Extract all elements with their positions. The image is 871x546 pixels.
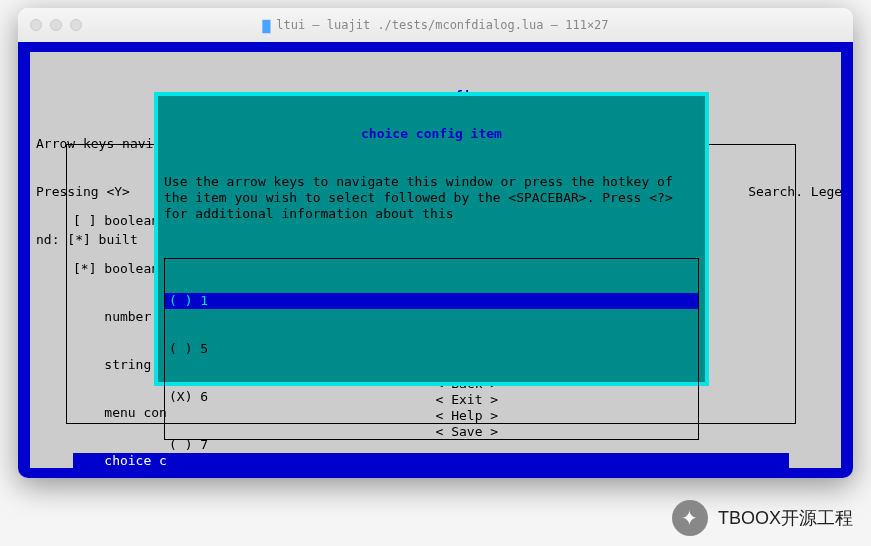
- choice-dialog-title: choice config item: [158, 126, 705, 142]
- choice-list: ( ) 1 ( ) 5 (X) 6 ( ) 7: [164, 258, 699, 440]
- choice-item[interactable]: ( ) 1: [165, 293, 698, 309]
- terminal-area: menu config Arrow keys navigate the menu…: [18, 42, 853, 478]
- wechat-icon: ✦: [672, 500, 708, 536]
- watermark: ✦ TBOOX开源工程: [672, 500, 853, 536]
- choice-dialog: choice config item Use the arrow keys to…: [154, 92, 709, 386]
- folder-icon: ▇: [262, 18, 270, 33]
- window-title: ▇ ltui — luajit ./tests/mconfdialog.lua …: [18, 18, 853, 33]
- choice-item[interactable]: (X) 6: [165, 389, 698, 405]
- titlebar: ▇ ltui — luajit ./tests/mconfdialog.lua …: [18, 8, 853, 42]
- watermark-text: TBOOX开源工程: [718, 506, 853, 530]
- choice-dialog-help: Use the arrow keys to navigate this wind…: [158, 174, 705, 222]
- main-panel: menu config Arrow keys navigate the menu…: [30, 52, 841, 468]
- macos-window: ▇ ltui — luajit ./tests/mconfdialog.lua …: [18, 8, 853, 478]
- choice-item[interactable]: ( ) 7: [165, 437, 698, 453]
- window-title-text: ltui — luajit ./tests/mconfdialog.lua — …: [276, 18, 608, 32]
- choice-item[interactable]: ( ) 5: [165, 341, 698, 357]
